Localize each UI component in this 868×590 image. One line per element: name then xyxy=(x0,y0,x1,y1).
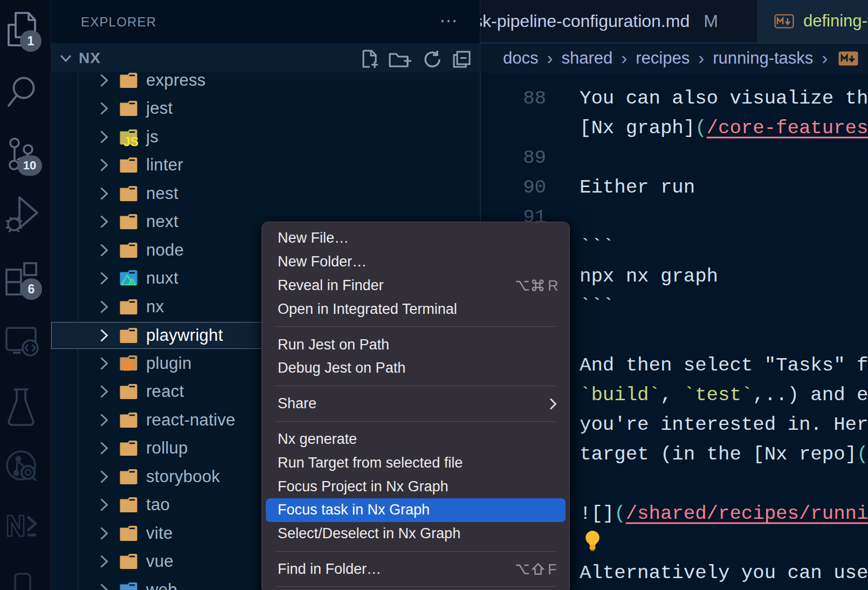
svg-text:F: F xyxy=(548,561,557,578)
svg-text:JS: JS xyxy=(123,135,138,147)
svg-text:R: R xyxy=(548,278,558,294)
